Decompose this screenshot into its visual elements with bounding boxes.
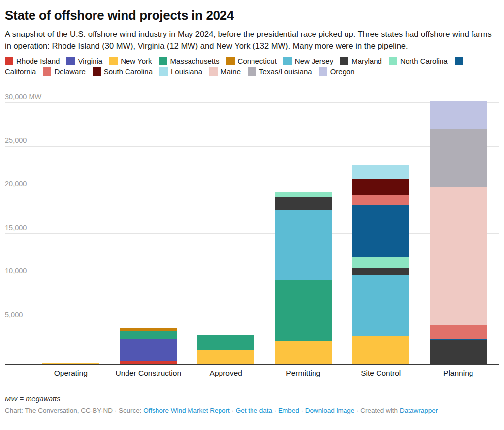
bar-segment-massachusetts[interactable] <box>197 335 254 350</box>
chart-card: State of offshore wind projects in 2024 … <box>0 0 504 415</box>
legend-item-texas-louisiana: Texas/Louisiana <box>248 67 312 76</box>
legend-swatch-icon <box>5 57 13 65</box>
legend-label: New Jersey <box>295 57 333 65</box>
datawrapper-link[interactable]: Datawrapper <box>400 407 438 414</box>
bar-segment-delaware[interactable] <box>352 195 410 204</box>
chart-subtitle: A snapshot of the U.S. offshore wind ind… <box>5 28 499 52</box>
bar-segment-new-york[interactable] <box>197 350 254 364</box>
legend-swatch-icon <box>93 67 101 76</box>
legend-swatch-icon <box>226 57 235 65</box>
bar-segment-massachusetts[interactable] <box>275 280 332 341</box>
x-axis-label-operating: Operating <box>32 369 110 378</box>
legend-item-massachusetts: Massachusetts <box>159 57 220 65</box>
bar-segment-maryland[interactable] <box>430 340 487 364</box>
y-tick-label: 30,000 MW <box>5 93 41 101</box>
legend-swatch-icon <box>109 57 118 65</box>
bar-permitting <box>275 192 332 364</box>
legend-label: Maryland <box>351 57 382 65</box>
get-data-link[interactable]: Get the data <box>236 407 272 414</box>
legend-item-maine: Maine <box>209 67 241 76</box>
gridline-20000 <box>5 190 499 190</box>
bar-segment-maryland[interactable] <box>275 197 332 210</box>
x-axis-label-approved: Approved <box>187 369 265 378</box>
bar-site-control <box>352 165 410 364</box>
legend-swatch-icon <box>159 67 168 76</box>
legend-swatch-icon <box>455 57 463 65</box>
legend-label: New York <box>121 57 152 65</box>
bar-segment-oregon[interactable] <box>430 101 487 129</box>
download-image-link[interactable]: Download image <box>305 407 355 414</box>
legend-swatch-icon <box>209 67 218 76</box>
bar-segment-south-carolina[interactable] <box>352 179 410 196</box>
gridline-15000 <box>5 233 499 234</box>
bar-segment-new-jersey[interactable] <box>275 210 332 280</box>
legend-item-new-jersey: New Jersey <box>284 57 333 65</box>
y-tick-label: 15,000 <box>5 224 27 232</box>
bar-segment-delaware[interactable] <box>430 325 487 339</box>
bar-segment-maine[interactable] <box>430 187 487 325</box>
bar-segment-texas-louisiana[interactable] <box>430 129 487 187</box>
legend: Rhode IslandVirginiaNew YorkMassachusett… <box>5 56 499 77</box>
y-tick-label: 10,000 <box>5 267 27 275</box>
legend-item-north-carolina: North Carolina <box>389 57 448 65</box>
x-axis-label-site-control: Site Control <box>342 369 420 378</box>
source-link[interactable]: Offshore Wind Market Report <box>143 407 229 414</box>
x-axis-baseline <box>5 364 499 365</box>
legend-label: Maine <box>220 67 241 76</box>
x-axis-label-under-construction: Under Construction <box>110 369 188 378</box>
gridline-25000 <box>5 146 499 147</box>
x-axis-label-planning: Planning <box>420 369 498 378</box>
legend-label: Delaware <box>54 67 85 76</box>
bar-segment-new-jersey[interactable] <box>352 275 410 337</box>
legend-item-delaware: Delaware <box>43 67 85 76</box>
legend-swatch-icon <box>248 67 256 76</box>
attribution-text: Chart: The Conversation, CC-BY-ND · Sour… <box>5 407 143 414</box>
bar-segment-california[interactable] <box>352 205 410 257</box>
gridline-10000 <box>5 277 499 277</box>
bar-segment-new-york[interactable] <box>275 341 332 364</box>
y-tick-label: 5,000 <box>5 311 23 319</box>
page-title: State of offshore wind projects in 2024 <box>5 8 499 23</box>
legend-swatch-icon <box>43 67 51 76</box>
bar-segment-connecticut[interactable] <box>120 328 177 331</box>
legend-label: Virginia <box>78 57 102 65</box>
bar-segment-rhode-island[interactable] <box>120 361 177 364</box>
bar-planning <box>430 101 487 364</box>
bar-segment-new-york[interactable] <box>352 336 410 364</box>
legend-swatch-icon <box>66 57 75 65</box>
legend-label: Texas/Louisiana <box>259 67 312 76</box>
legend-label: Massachusetts <box>170 57 220 65</box>
legend-item-oregon: Oregon <box>319 67 355 76</box>
bar-segment-massachusetts[interactable] <box>120 331 177 339</box>
y-tick-label: 25,000 <box>5 136 27 145</box>
bar-approved <box>197 335 254 364</box>
bar-segment-maryland[interactable] <box>352 268 410 274</box>
bar-segment-virginia[interactable] <box>120 339 177 361</box>
separator: · <box>272 407 278 414</box>
gridline-30000 <box>5 102 499 103</box>
x-axis-label-permitting: Permitting <box>265 369 343 378</box>
legend-label: South Carolina <box>104 67 153 76</box>
y-tick-label: 20,000 <box>5 180 27 188</box>
legend-swatch-icon <box>159 57 167 65</box>
separator: · <box>230 407 236 414</box>
bar-segment-north-carolina[interactable] <box>352 257 410 268</box>
legend-item-connecticut: Connecticut <box>226 57 277 65</box>
bar-segment-north-carolina[interactable] <box>275 192 332 198</box>
legend-label: Rhode Island <box>16 57 60 65</box>
legend-swatch-icon <box>389 57 397 65</box>
legend-swatch-icon <box>340 57 348 65</box>
bar-segment-louisiana[interactable] <box>352 165 410 179</box>
bar-under-construction <box>120 328 177 364</box>
created-with-text: · Created with <box>354 407 400 414</box>
embed-link[interactable]: Embed <box>278 407 299 414</box>
legend-label: Louisiana <box>171 67 202 76</box>
legend-item-louisiana: Louisiana <box>159 67 202 76</box>
legend-label: California <box>5 67 36 76</box>
legend-item-maryland: Maryland <box>340 57 382 65</box>
legend-item-new-york: New York <box>109 57 152 65</box>
legend-item-virginia: Virginia <box>66 57 102 65</box>
legend-item-south-carolina: South Carolina <box>93 67 153 76</box>
legend-item-rhode-island: Rhode Island <box>5 57 60 65</box>
footnote: MW = megawatts <box>5 395 499 403</box>
